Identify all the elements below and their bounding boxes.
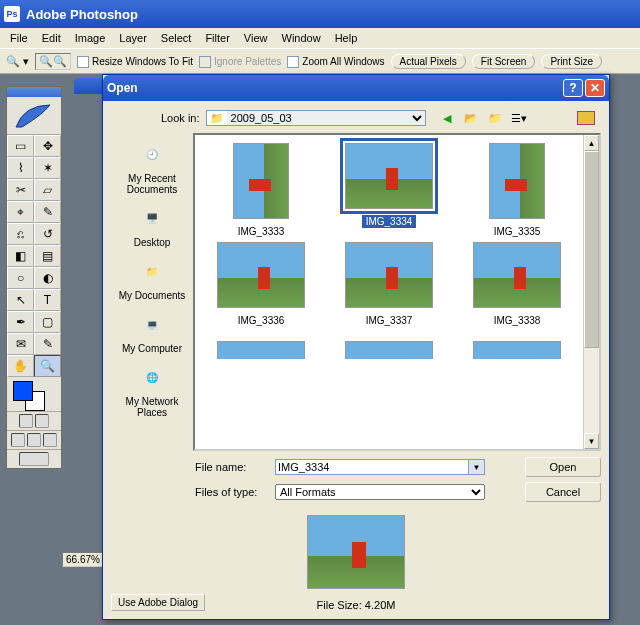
- shape-tool[interactable]: ▢: [34, 311, 61, 333]
- workspace: ▭ ✥ ⌇ ✶ ✂ ▱ ⌖ ✎ ⎌ ↺ ◧ ▤ ○ ◐ ↖ T ✒ ▢ ✉ ✎ …: [0, 74, 640, 625]
- thumb-partial[interactable]: [331, 331, 447, 359]
- place-desktop[interactable]: 🖥️Desktop: [117, 201, 187, 248]
- slice-tool[interactable]: ▱: [34, 179, 61, 201]
- thumb-caption: IMG_3338: [490, 314, 545, 327]
- thumb-IMG_3335[interactable]: IMG_3335: [459, 143, 575, 238]
- tool-grid: ▭ ✥ ⌇ ✶ ✂ ▱ ⌖ ✎ ⎌ ↺ ◧ ▤ ○ ◐ ↖ T ✒ ▢ ✉ ✎ …: [7, 135, 61, 377]
- up-icon[interactable]: 📂: [462, 109, 480, 127]
- app-titlebar: Ps Adobe Photoshop: [0, 0, 640, 28]
- color-swatches[interactable]: [7, 377, 61, 411]
- place-mycomputer[interactable]: 💻My Computer: [117, 307, 187, 354]
- filename-label: File name:: [195, 461, 267, 473]
- file-list[interactable]: IMG_3333IMG_3334IMG_3335IMG_3336IMG_3337…: [193, 133, 601, 451]
- lookin-select[interactable]: 2009_05_03: [227, 111, 425, 125]
- move-tool[interactable]: ✥: [34, 135, 61, 157]
- place-mydocs[interactable]: 📁My Documents: [117, 254, 187, 301]
- menu-select[interactable]: Select: [155, 30, 198, 46]
- thumb-IMG_3338[interactable]: IMG_3338: [459, 242, 575, 327]
- eyedropper-tool[interactable]: ✎: [34, 333, 61, 355]
- place-network[interactable]: 🌐My Network Places: [117, 360, 187, 418]
- place-recent[interactable]: 🕘My Recent Documents: [117, 137, 187, 195]
- filetype-select[interactable]: All Formats: [275, 484, 485, 500]
- pen-tool[interactable]: ✒: [7, 311, 34, 333]
- edit-mode-row: [7, 411, 61, 430]
- scroll-thumb[interactable]: [584, 151, 599, 348]
- scroll-down[interactable]: ▼: [584, 433, 599, 449]
- lookin-row: Look in: 📁 2009_05_03 ◀ 📂 📁 ☰▾: [161, 109, 601, 127]
- thumb-partial[interactable]: [203, 331, 319, 359]
- notes-tool[interactable]: ✉: [7, 333, 34, 355]
- jump-row: [7, 449, 61, 468]
- history-brush-tool[interactable]: ↺: [34, 223, 61, 245]
- thumb-IMG_3334[interactable]: IMG_3334: [331, 143, 447, 238]
- thumb-caption: IMG_3335: [490, 225, 545, 238]
- dialog-titlebar[interactable]: Open ? ✕: [103, 75, 609, 101]
- zoom-tool[interactable]: 🔍: [34, 355, 61, 377]
- help-button[interactable]: ?: [563, 79, 583, 97]
- thumb-partial[interactable]: [459, 331, 575, 359]
- menu-file[interactable]: File: [4, 30, 34, 46]
- path-tool[interactable]: ↖: [7, 289, 34, 311]
- options-bar: 🔍 ▾ 🔍🔍 Resize Windows To Fit Ignore Pale…: [0, 48, 640, 74]
- filetype-label: Files of type:: [195, 486, 267, 498]
- menu-view[interactable]: View: [238, 30, 274, 46]
- use-adobe-dialog-button[interactable]: Use Adobe Dialog: [111, 594, 205, 611]
- filename-dropdown[interactable]: ▼: [469, 459, 485, 475]
- zoomall-checkbox[interactable]: [287, 56, 299, 68]
- open-button[interactable]: Open: [525, 457, 601, 477]
- jump-to[interactable]: [19, 452, 49, 466]
- toolbox: ▭ ✥ ⌇ ✶ ✂ ▱ ⌖ ✎ ⎌ ↺ ◧ ▤ ○ ◐ ↖ T ✒ ▢ ✉ ✎ …: [6, 86, 62, 469]
- thumb-IMG_3337[interactable]: IMG_3337: [331, 242, 447, 327]
- thumb-IMG_3336[interactable]: IMG_3336: [203, 242, 319, 327]
- toolbox-header[interactable]: [7, 87, 61, 97]
- brush-tool[interactable]: ✎: [34, 201, 61, 223]
- blur-tool[interactable]: ○: [7, 267, 34, 289]
- heal-tool[interactable]: ⌖: [7, 201, 34, 223]
- photoshop-icon: Ps: [4, 6, 20, 22]
- screen-mode-3[interactable]: [43, 433, 57, 447]
- places-bar: 🕘My Recent Documents 🖥️Desktop 📁My Docum…: [111, 133, 193, 451]
- thumb-IMG_3333[interactable]: IMG_3333: [203, 143, 319, 238]
- screen-mode-1[interactable]: [11, 433, 25, 447]
- close-button[interactable]: ✕: [585, 79, 605, 97]
- actual-pixels-button[interactable]: Actual Pixels: [391, 54, 466, 69]
- type-tool[interactable]: T: [34, 289, 61, 311]
- stamp-tool[interactable]: ⎌: [7, 223, 34, 245]
- ignore-checkbox: [199, 56, 211, 68]
- foreground-color[interactable]: [13, 381, 33, 401]
- marquee-tool[interactable]: ▭: [7, 135, 34, 157]
- crop-tool[interactable]: ✂: [7, 179, 34, 201]
- lasso-tool[interactable]: ⌇: [7, 157, 34, 179]
- menu-image[interactable]: Image: [69, 30, 112, 46]
- cancel-button[interactable]: Cancel: [525, 482, 601, 502]
- screen-mode-2[interactable]: [27, 433, 41, 447]
- dodge-tool[interactable]: ◐: [34, 267, 61, 289]
- camera-icon[interactable]: [577, 111, 595, 125]
- thumb-caption: IMG_3333: [234, 225, 289, 238]
- fit-screen-button[interactable]: Fit Screen: [472, 54, 536, 69]
- filename-combo[interactable]: ▼: [275, 459, 485, 475]
- newfolder-icon[interactable]: 📁: [486, 109, 504, 127]
- wand-tool[interactable]: ✶: [34, 157, 61, 179]
- resize-checkbox[interactable]: [77, 56, 89, 68]
- scroll-up[interactable]: ▲: [584, 135, 599, 151]
- eraser-tool[interactable]: ◧: [7, 245, 34, 267]
- back-icon[interactable]: ◀: [438, 109, 456, 127]
- scrollbar[interactable]: ▲ ▼: [583, 135, 599, 449]
- views-icon[interactable]: ☰▾: [510, 109, 528, 127]
- menu-window[interactable]: Window: [276, 30, 327, 46]
- menu-layer[interactable]: Layer: [113, 30, 153, 46]
- zoom-tool-icon: 🔍 ▾: [6, 55, 29, 68]
- standard-mode[interactable]: [19, 414, 33, 428]
- gradient-tool[interactable]: ▤: [34, 245, 61, 267]
- menu-help[interactable]: Help: [329, 30, 364, 46]
- hand-tool[interactable]: ✋: [7, 355, 34, 377]
- print-size-button[interactable]: Print Size: [541, 54, 602, 69]
- menu-filter[interactable]: Filter: [199, 30, 235, 46]
- zoom-group-icon[interactable]: 🔍🔍: [35, 53, 71, 70]
- menu-edit[interactable]: Edit: [36, 30, 67, 46]
- quickmask-mode[interactable]: [35, 414, 49, 428]
- filename-input[interactable]: [275, 459, 469, 475]
- dialog-title: Open: [107, 81, 138, 95]
- photoshop-feather-icon: [7, 97, 61, 135]
